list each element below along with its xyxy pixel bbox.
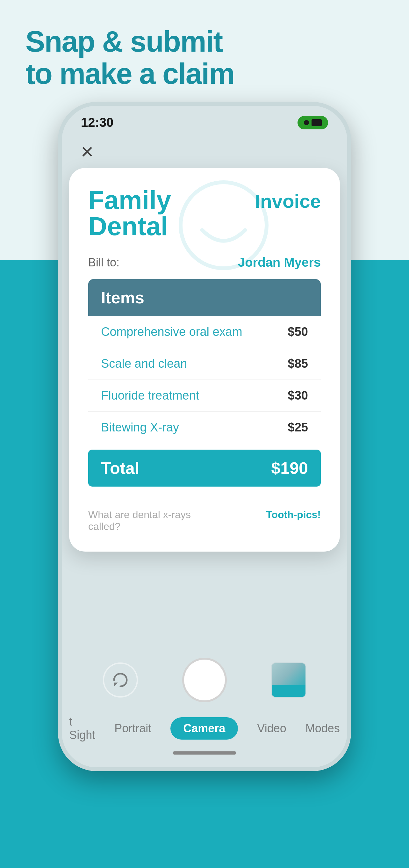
- total-row: Total $190: [88, 450, 321, 487]
- camera-modes: t Sight Portrait Camera Video Modes: [81, 715, 328, 748]
- item-price-3: $25: [288, 421, 308, 434]
- header-section: Snap & submit to make a claim: [0, 0, 409, 90]
- mode-night-sight[interactable]: t Sight: [69, 715, 95, 742]
- bill-to-label: Bill to:: [88, 256, 120, 269]
- camera-controls: t Sight Portrait Camera Video Modes: [62, 645, 347, 767]
- photo-preview-button[interactable]: [271, 662, 306, 698]
- clinic-name-line1: Family: [88, 185, 171, 214]
- home-indicator: [172, 751, 237, 754]
- preview-stripe: [272, 685, 306, 697]
- smile-watermark-icon: [176, 178, 272, 273]
- invoice-card: Family Dental Invoice Bill to: Jordan My…: [69, 168, 340, 552]
- item-price-2: $30: [288, 389, 308, 402]
- fun-fact-question: What are dental x-rays called?: [88, 509, 216, 532]
- mode-modes[interactable]: Modes: [306, 722, 340, 735]
- fun-fact-row: What are dental x-rays called? Tooth-pic…: [88, 502, 321, 532]
- item-price-1: $85: [288, 357, 308, 371]
- table-row: Comprehensive oral exam $50: [88, 316, 321, 348]
- headline-line1: Snap & submit: [26, 25, 222, 58]
- flip-camera-button[interactable]: [103, 662, 138, 698]
- fun-fact-answer: Tooth-pics!: [266, 509, 321, 521]
- camera-buttons: [81, 658, 328, 702]
- items-table: Items Comprehensive oral exam $50 Scale …: [88, 279, 321, 443]
- flip-icon: [111, 671, 130, 689]
- svg-point-0: [181, 182, 266, 268]
- svg-marker-1: [114, 683, 118, 686]
- item-name-3: Bitewing X-ray: [101, 421, 179, 434]
- items-header-text: Items: [101, 288, 144, 307]
- headline-line2: to make a claim: [26, 57, 234, 90]
- phone-mockup: 12:30 ✕: [58, 102, 351, 771]
- camera-active-dot: [304, 120, 309, 125]
- clinic-name: Family Dental: [88, 187, 171, 239]
- status-bar: 12:30: [62, 106, 347, 136]
- item-name-2: Fluoride treatment: [101, 389, 199, 402]
- table-row: Bitewing X-ray $25: [88, 412, 321, 443]
- preview-thumbnail: [272, 663, 306, 697]
- close-icon: ✕: [80, 143, 94, 161]
- headline: Snap & submit to make a claim: [26, 26, 383, 90]
- mode-portrait[interactable]: Portrait: [114, 722, 151, 735]
- total-label: Total: [101, 459, 139, 478]
- camera-indicator: [297, 116, 328, 129]
- items-header: Items: [88, 279, 321, 316]
- item-name-0: Comprehensive oral exam: [101, 325, 243, 339]
- item-name-1: Scale and clean: [101, 357, 187, 371]
- phone-outer-bezel: 12:30 ✕: [58, 102, 351, 771]
- item-price-0: $50: [288, 325, 308, 339]
- mode-video[interactable]: Video: [257, 722, 286, 735]
- table-row: Fluoride treatment $30: [88, 380, 321, 412]
- close-button[interactable]: ✕: [78, 143, 97, 161]
- invoice-card-wrapper: Family Dental Invoice Bill to: Jordan My…: [62, 168, 347, 645]
- shutter-button[interactable]: [182, 658, 227, 702]
- mode-camera[interactable]: Camera: [170, 717, 238, 740]
- phone-screen: 12:30 ✕: [62, 106, 347, 767]
- clinic-name-line2: Dental: [88, 212, 168, 241]
- close-bar: ✕: [62, 136, 347, 168]
- total-amount: $190: [271, 459, 308, 478]
- status-time: 12:30: [81, 115, 114, 130]
- table-row: Scale and clean $85: [88, 348, 321, 380]
- camera-active-rect: [312, 119, 322, 126]
